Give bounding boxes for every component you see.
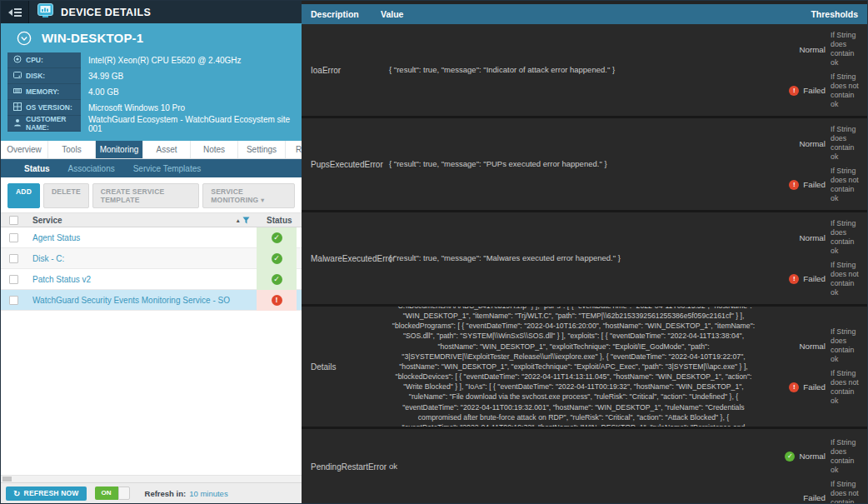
threshold-normal-condition: If String does contain ok (831, 438, 862, 475)
status-ok-icon: ✓ (272, 232, 282, 243)
threshold-failed-condition: If String does not contain ok (831, 369, 862, 406)
horizontal-scrollbar[interactable] (1, 475, 302, 482)
create-service-template-button[interactable]: CREATE SERVICE TEMPLATE (92, 183, 200, 208)
refresh-now-button[interactable]: ↻ REFRESH NOW (6, 487, 87, 501)
threshold-normal-label: Normal (799, 452, 826, 461)
page-title: DEVICE DETAILS (61, 7, 151, 18)
failed-icon: ! (789, 86, 799, 96)
device-info-table: CPU: Intel(R) Xeon(R) CPU E5620 @ 2.40GH… (7, 52, 295, 132)
tab-reports-truncated[interactable]: Re (286, 141, 302, 158)
top-header-bar: DEVICE DETAILS (1, 1, 302, 23)
service-toolbar: ADD DELETE CREATE SERVICE TEMPLATE SERVI… (1, 177, 302, 212)
status-ok-icon: ✓ (272, 253, 282, 264)
row-description: PupsExecutedError (302, 118, 381, 210)
subtab-bar: Status Associations Service Templates (1, 159, 302, 177)
status-failed-icon: ! (272, 295, 282, 306)
info-row-os: OS VERSION: Microsoft Windows 10 Pro (7, 100, 295, 116)
threshold-failed-label: Failed (803, 382, 826, 392)
tab-settings[interactable]: Settings (238, 141, 286, 158)
failed-icon: ! (789, 274, 799, 284)
select-all-checkbox[interactable] (9, 216, 18, 225)
service-link[interactable]: Agent Status (32, 233, 257, 242)
row-thresholds: Normal If String does contain ok !Failed… (765, 212, 868, 304)
normal-icon: ✓ (785, 452, 795, 462)
subtab-status[interactable]: Status (24, 164, 50, 173)
row-value: { "result": true, "message": "PUPs execu… (381, 118, 765, 210)
service-monitoring-dropdown[interactable]: SERVICE MONITORING ▾ (202, 183, 295, 208)
row-checkbox[interactable] (9, 233, 18, 242)
toggle-knob (118, 487, 130, 500)
failed-icon: ! (789, 180, 799, 190)
collapse-menu-button[interactable] (1, 1, 29, 23)
service-link[interactable]: WatchGuard Security Events Monitoring Se… (32, 296, 257, 305)
service-link[interactable]: Disk - C: (32, 254, 257, 263)
tab-overview[interactable]: Overview (1, 141, 48, 158)
threshold-failed-label: Failed (803, 493, 826, 502)
tab-notes[interactable]: Notes (191, 141, 238, 158)
row-thresholds: ✓Normal If String does contain ok Failed… (765, 429, 868, 504)
scrollbar-thumb[interactable] (2, 477, 12, 482)
memory-value: 4.00 GB (81, 84, 295, 100)
threshold-normal-condition: If String does contain ok (831, 31, 862, 67)
add-button[interactable]: ADD (7, 183, 40, 208)
monitor-row-malwareexecutederror: MalwareExecutedError { "result": true, "… (302, 212, 868, 307)
threshold-normal-label: Normal (799, 342, 826, 351)
info-row-disk: DISK: 34.99 GB (7, 68, 295, 84)
row-description: MalwareExecutedError (302, 212, 381, 304)
subtab-service-templates[interactable]: Service Templates (133, 164, 202, 173)
row-value: { "result": true, "message": "Indicator … (381, 24, 765, 116)
customer-name-value: WatchGuard Ecosystem - WatchGuard Ecosys… (81, 116, 295, 132)
threshold-failed-condition: If String does not contain ok (831, 72, 862, 109)
tab-monitoring[interactable]: Monitoring (96, 141, 143, 158)
threshold-failed-condition: If String does not contain ok (831, 167, 862, 203)
monitor-row-ioaerror: IoaError { "result": true, "message": "I… (302, 24, 868, 118)
service-list-empty-area (1, 311, 302, 475)
subtab-associations[interactable]: Associations (68, 164, 115, 173)
info-row-customer: CUSTOMER NAME: WatchGuard Ecosystem - Wa… (7, 116, 295, 132)
refresh-in-label: Refresh in: (145, 489, 187, 498)
row-checkbox[interactable] (9, 296, 18, 305)
threshold-failed-label: Failed (803, 274, 826, 283)
service-row-agent-status[interactable]: Agent Status ✓ (1, 227, 302, 248)
monitor-row-details: Details { "malwares": [ { "eventDateTime… (302, 307, 868, 429)
service-row-disk-c[interactable]: Disk - C: ✓ (1, 248, 302, 269)
device-summary-panel: WIN-DESKTOP-1 CPU: Intel(R) Xeon(R) CPU … (1, 23, 302, 141)
chevron-down-circle-icon[interactable] (17, 31, 32, 46)
service-row-watchguard-selected[interactable]: WatchGuard Security Events Monitoring Se… (1, 290, 302, 311)
row-thresholds: Normal If String does contain ok !Failed… (765, 307, 868, 427)
customer-icon (13, 118, 22, 128)
threshold-normal-condition: If String does contain ok (831, 125, 862, 162)
monitor-icon (37, 3, 53, 21)
threshold-normal-condition: If String does contain ok (831, 219, 862, 256)
failed-icon: ! (789, 382, 799, 392)
tab-bar: Overview Tools Monitoring Asset Notes Se… (1, 141, 302, 159)
os-icon (13, 102, 22, 112)
auto-refresh-toggle[interactable]: ON (95, 487, 130, 500)
left-panel: DEVICE DETAILS WIN-DESKTOP-1 CPU: Intel(… (1, 1, 302, 503)
disk-value: 34.99 GB (81, 68, 295, 84)
service-row-patch-status[interactable]: Patch Status v2 ✓ (1, 269, 302, 290)
service-link[interactable]: Patch Status v2 (32, 275, 257, 284)
threshold-failed-label: Failed (803, 180, 826, 189)
status-ok-icon: ✓ (272, 274, 282, 285)
thresholds-column-header: Thresholds (811, 9, 868, 19)
row-thresholds: Normal If String does contain ok !Failed… (765, 24, 868, 116)
cpu-value: Intel(R) Xeon(R) CPU E5620 @ 2.40GHz (81, 52, 295, 68)
row-description: IoaError (302, 24, 381, 116)
threshold-normal-label: Normal (799, 139, 826, 148)
memory-icon (13, 87, 22, 97)
tab-tools[interactable]: Tools (48, 141, 96, 158)
sort-ascending-icon[interactable]: ▲ (236, 217, 241, 223)
monitor-table-header: Description Value Thresholds (302, 4, 868, 24)
info-row-memory: MEMORY: 4.00 GB (7, 84, 295, 100)
row-value: { "result": true, "message": "Malwares e… (381, 212, 765, 304)
filter-funnel-icon[interactable] (242, 217, 250, 224)
caret-down-icon: ▾ (261, 196, 264, 204)
row-checkbox[interactable] (9, 275, 18, 284)
delete-button[interactable]: DELETE (43, 183, 89, 208)
monitor-row-pendingrestarterror: PendingRestartError ok ✓Normal If String… (302, 429, 868, 504)
cpu-icon (13, 55, 22, 65)
row-value: { "malwares": [ { "eventDateTime": "2022… (381, 307, 765, 427)
row-checkbox[interactable] (9, 254, 18, 263)
tab-asset[interactable]: Asset (143, 141, 191, 158)
